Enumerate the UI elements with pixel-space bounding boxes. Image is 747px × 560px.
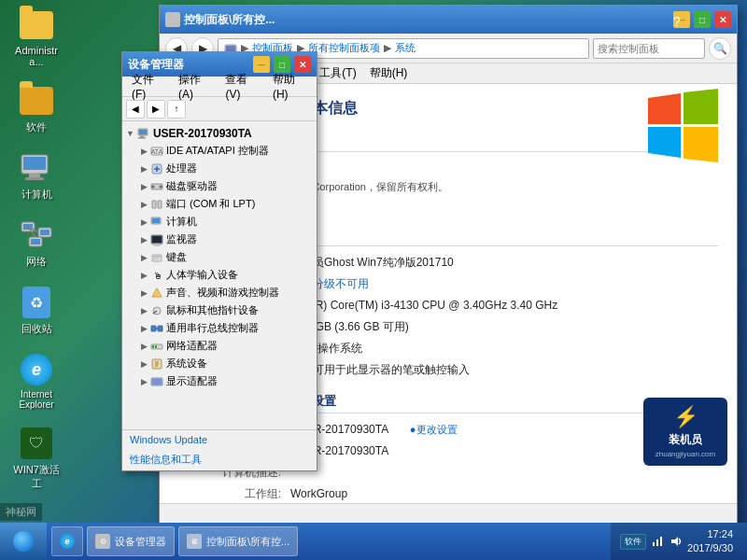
tree-item-12[interactable]: ▶ 系统设备 [126, 355, 313, 372]
software-icon-label: 软件 [26, 120, 47, 134]
tree-item-8[interactable]: ▶ ♪ 声音、视频和游戏控制器 [126, 284, 313, 301]
device-tree-root[interactable]: ▼ USER-20170930TA [126, 125, 313, 142]
svg-rect-16 [140, 135, 144, 137]
tree-item-4[interactable]: ▶ 计算机 [126, 213, 313, 231]
desktop-icon-win7clean[interactable]: 🛡 WIN7激活工 [5, 423, 68, 495]
admin-folder-icon [20, 8, 53, 42]
recycle-icon-label: 回收站 [21, 322, 52, 336]
taskbar-control-panel[interactable]: 🖥 控制面板\所有控... [178, 526, 298, 556]
desktop-icon-network[interactable]: 网络 [5, 215, 68, 273]
cp-help-button[interactable]: ? [669, 13, 685, 30]
computer-tree-icon [137, 127, 150, 140]
taskbar-device-manager[interactable]: ⚙ 设备管理器 [87, 526, 175, 556]
device-manager-menubar: 文件(F) 操作(A) 查看(V) 帮助(H) [122, 77, 317, 97]
tree-item-1[interactable]: ▶ 处理器 [126, 160, 313, 177]
tree-item-icon-8: ♪ [150, 287, 163, 300]
workgroup-label: 工作组: [178, 485, 290, 502]
dm-menu-action[interactable]: 操作(A) [173, 70, 218, 103]
svg-rect-2 [29, 174, 40, 177]
dm-toolbar-up[interactable]: ↑ [167, 100, 186, 119]
start-orb-icon [13, 531, 34, 552]
svg-rect-59 [656, 539, 658, 546]
tray-sound-icon[interactable] [669, 534, 684, 549]
cp-menu-help[interactable]: 帮助(H) [364, 63, 414, 83]
clock-time: 17:24 [687, 527, 733, 541]
dm-menu-help[interactable]: 帮助(H) [267, 70, 313, 103]
svg-rect-58 [653, 542, 655, 546]
cp-title-icon [165, 12, 180, 27]
tree-item-icon-6 [150, 251, 163, 264]
software-folder-icon [20, 84, 53, 118]
dm-menu-file[interactable]: 文件(F) [126, 70, 171, 103]
computer-icon-label: 计算机 [21, 188, 52, 202]
tree-item-9[interactable]: ▶ 鼠标和其他指针设备 [126, 301, 313, 319]
dm-toolbar-back[interactable]: ◀ [126, 100, 145, 119]
tree-item-icon-5 [150, 233, 163, 246]
win7clean-icon: 🛡 [20, 427, 53, 460]
desktop-icons-container: Administra... 软件 计算机 [5, 5, 68, 495]
computerdesc-value [290, 464, 718, 481]
svg-rect-7 [40, 230, 49, 235]
rating-value[interactable]: 系统分级不可用 [290, 275, 718, 292]
ie-icon-label: InternetExplorer [19, 389, 53, 410]
tree-item-7[interactable]: ▶ 🖱 人体学输入设备 [126, 266, 313, 284]
cp-close-button[interactable]: ✕ [714, 11, 731, 28]
taskbar-dm-icon: ⚙ [95, 534, 110, 549]
performance-link[interactable]: 性能信息和工具 [122, 449, 317, 470]
cp-titlebar: 控制面板\所有控... ? ─ □ ✕ [160, 6, 737, 34]
tree-item-6[interactable]: ▶ 键盘 [126, 248, 313, 266]
svg-rect-17 [138, 137, 146, 139]
tree-item-10[interactable]: ▶ 通用串行总线控制器 [126, 319, 313, 337]
tree-item-icon-0: ATA [150, 145, 163, 158]
svg-rect-29 [152, 218, 160, 223]
tree-item-0[interactable]: ▶ ATA IDE ATA/ATAPI 控制器 [126, 142, 313, 160]
tray-software-icon[interactable]: 软件 [620, 534, 646, 550]
ram-value: 4.00 GB (3.66 GB 可用) [290, 318, 718, 335]
search-button[interactable]: 🔍 [709, 37, 731, 60]
svg-marker-61 [671, 537, 678, 546]
desktop-icon-computer[interactable]: 计算机 [5, 147, 68, 205]
taskbar-dm-label: 设备管理器 [115, 535, 166, 549]
device-tree: ▼ USER-20170930TA ▶ ATA IDE ATA/ATAPI 控制… [122, 121, 317, 419]
desktop-icon-admin[interactable]: Administra... [5, 5, 68, 71]
svg-text:ATA: ATA [151, 148, 163, 155]
svg-rect-26 [152, 201, 156, 208]
dm-menu-view[interactable]: 查看(V) [219, 70, 265, 103]
change-settings-link[interactable]: ●更改设置 [410, 424, 458, 435]
svg-text:🖱: 🖱 [153, 271, 162, 281]
tree-item-icon-4 [150, 216, 163, 229]
search-input[interactable] [593, 38, 705, 59]
tree-item-13[interactable]: ▶ 显示适配器 [126, 372, 313, 390]
tree-item-2[interactable]: ▶ 磁盘驱动器 [126, 177, 313, 195]
desktop: Administra... 软件 计算机 [0, 0, 747, 560]
taskbar-tray: 软件 17:24 2017/9/30 [611, 523, 747, 560]
cp-menu-tools[interactable]: 工具(T) [314, 63, 361, 83]
pen-touch-value: 没有可用于此显示器的笔或触控输入 [290, 361, 718, 378]
tree-item-icon-2 [150, 180, 163, 193]
breadcrumb-all-items[interactable]: 所有控制面板项 [308, 41, 380, 55]
svg-rect-47 [152, 345, 154, 348]
windows-update-link[interactable]: Windows Update [122, 430, 317, 449]
tree-item-11[interactable]: ▶ 网络适配器 [126, 337, 313, 355]
tree-item-3[interactable]: ▶ 端口 (COM 和 LPT) [126, 195, 313, 213]
svg-text:♪: ♪ [156, 291, 159, 297]
breadcrumb-system[interactable]: 系统 [395, 41, 416, 55]
svg-text:🛡: 🛡 [29, 435, 44, 451]
desktop-icon-recycle[interactable]: ♻ 回收站 [5, 282, 68, 340]
desktop-icon-software[interactable]: 软件 [5, 80, 68, 138]
tree-root-arrow: ▼ [126, 129, 134, 138]
cp-maximize-button[interactable]: □ [694, 11, 711, 28]
windows7-logo [643, 84, 727, 168]
svg-rect-44 [158, 326, 162, 331]
tree-item-5[interactable]: ▶ 监视器 [126, 231, 313, 248]
start-button[interactable] [0, 523, 47, 560]
desktop-icon-ie[interactable]: e InternetExplorer [5, 349, 68, 413]
clock-area[interactable]: 17:24 2017/9/30 [687, 527, 738, 556]
taskbar-cp-icon: 🖥 [187, 534, 202, 549]
dm-toolbar-forward[interactable]: ▶ [147, 100, 165, 119]
taskbar-ie-icon[interactable]: e [51, 526, 83, 556]
svg-rect-48 [155, 345, 157, 348]
svg-rect-1 [23, 157, 46, 170]
tray-network-icon[interactable] [650, 534, 665, 549]
taskbar-ie-img: e [60, 534, 75, 549]
